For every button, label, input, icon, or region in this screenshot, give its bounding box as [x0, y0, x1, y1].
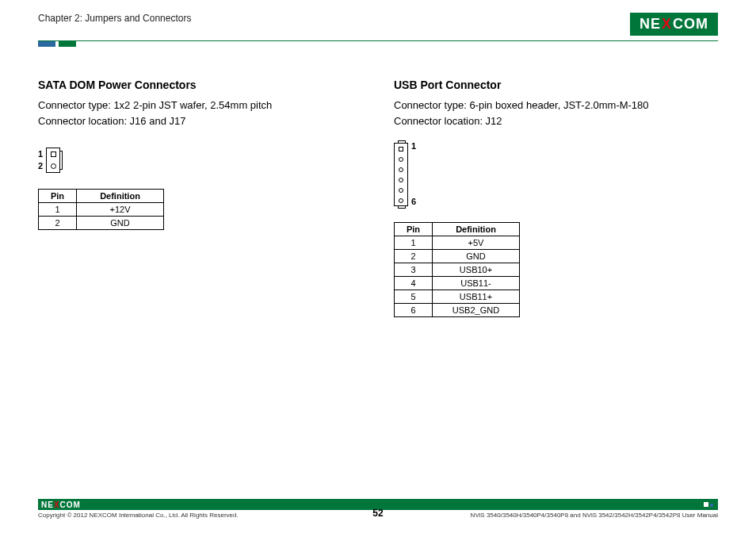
cell-pin: 2: [39, 217, 77, 230]
left-column: SATA DOM Power Connectors Connector type…: [38, 79, 362, 317]
pin-circle-icon: [51, 163, 56, 169]
th-def: Definition: [77, 190, 164, 203]
connector-notch-top-icon: [398, 140, 406, 144]
page-number: 52: [0, 508, 756, 519]
footer-squares-icon: [704, 502, 713, 507]
pin-label-bot: 6: [411, 197, 416, 206]
pin-circle-icon: [399, 198, 403, 203]
brand-logo-top: NEXCOM: [630, 13, 718, 36]
pin-label-top: 1: [411, 141, 416, 151]
cell-pin: 3: [395, 263, 433, 277]
table-row: 5USB11+: [395, 290, 520, 304]
cell-pin: 1: [39, 203, 77, 217]
cell-def: USB11+: [433, 290, 520, 304]
usb-pin-table: Pin Definition 1+5V 2GND 3USB10+ 4USB11-…: [394, 222, 520, 317]
table-row: 1 +12V: [39, 203, 164, 217]
pin-square-icon: [399, 147, 403, 151]
cell-pin: 6: [395, 304, 433, 317]
cell-pin: 4: [395, 277, 433, 290]
pin-label-1: 1: [38, 148, 43, 160]
sata-type-line: Connector type: 1x2 2-pin JST wafer, 2.5…: [38, 98, 362, 113]
chapter-title: Chapter 2: Jumpers and Connectors: [38, 13, 191, 24]
cell-def: USB10+: [433, 263, 520, 277]
table-row: 3USB10+: [395, 263, 520, 277]
cell-pin: 2: [395, 250, 433, 263]
right-column: USB Port Connector Connector type: 6-pin…: [394, 79, 718, 317]
th-def: Definition: [433, 223, 520, 236]
square-white-icon: [704, 502, 708, 507]
cell-def: USB11-: [433, 277, 520, 290]
accent-seg-green: [59, 41, 76, 47]
pin-square-icon: [51, 151, 56, 157]
usb-type-line: Connector type: 6-pin boxed header, JST-…: [394, 98, 718, 113]
table-row: 6USB2_GND: [395, 304, 520, 317]
sata-dom-title: SATA DOM Power Connectors: [38, 79, 362, 91]
cell-def: +12V: [77, 203, 164, 217]
pin-label-2: 2: [38, 160, 43, 172]
square-blue-icon: [710, 504, 713, 507]
sata-pin-diagram: 1 2: [38, 148, 362, 173]
cell-def: GND: [77, 217, 164, 230]
table-row: 4USB11-: [395, 277, 520, 290]
cell-def: USB2_GND: [433, 304, 520, 317]
pin-circle-icon: [399, 188, 403, 193]
accent-bar: [38, 41, 756, 47]
brand-x-icon: X: [662, 16, 672, 33]
cell-pin: 5: [395, 290, 433, 304]
pin-circle-icon: [399, 178, 403, 182]
accent-seg-blue: [38, 41, 55, 47]
usb-title: USB Port Connector: [394, 79, 718, 91]
pin-circle-icon: [399, 157, 403, 162]
usb-pin-diagram: 1 6: [394, 143, 718, 206]
table-row: 2GND: [395, 250, 520, 263]
sata-loc-line: Connector location: J16 and J17: [38, 113, 362, 129]
th-pin: Pin: [395, 223, 433, 236]
sata-pin-table: Pin Definition 1 +12V 2 GND: [38, 189, 164, 230]
cell-pin: 1: [395, 236, 433, 250]
brand-left: NE: [640, 16, 661, 33]
cell-def: GND: [433, 250, 520, 263]
connector-notch-bottom-icon: [398, 205, 406, 209]
pinbox-6pin: [394, 143, 408, 206]
pin-circle-icon: [399, 167, 403, 172]
pinbox-2pin: [46, 148, 60, 173]
table-row: 2 GND: [39, 217, 164, 230]
usb-loc-line: Connector location: J12: [394, 113, 718, 129]
connector-notch-icon: [59, 151, 63, 170]
cell-def: +5V: [433, 236, 520, 250]
brand-right: COM: [673, 16, 708, 33]
table-row: 1+5V: [395, 236, 520, 250]
th-pin: Pin: [39, 190, 77, 203]
